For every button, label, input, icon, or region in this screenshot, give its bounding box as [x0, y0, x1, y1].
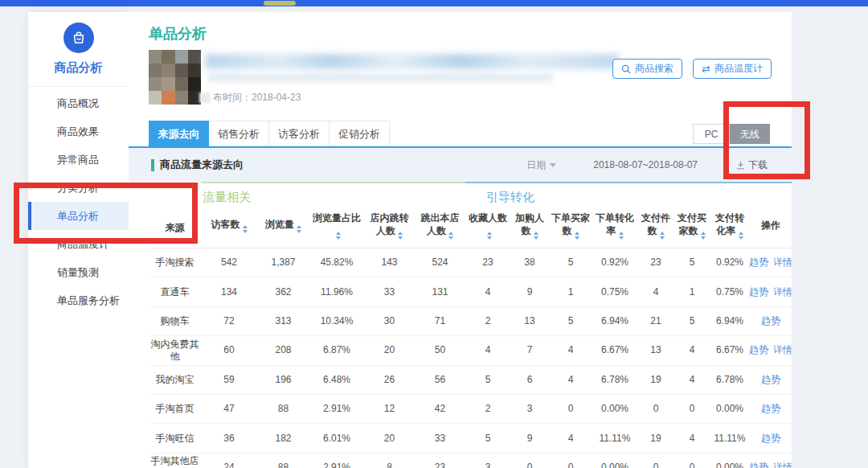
- mosaic-cell: [175, 91, 188, 105]
- product-thermometer-button[interactable]: ⇄ 商品温度计: [693, 59, 772, 79]
- value-cell: 7: [510, 344, 549, 356]
- value-cell: 12: [364, 403, 415, 415]
- trend-link[interactable]: 趋势: [761, 433, 780, 445]
- column-header[interactable]: 店内跳转人数: [364, 204, 415, 248]
- column-header[interactable]: 加购人数: [510, 204, 549, 248]
- sidebar-item-7[interactable]: 单品服务分析: [28, 286, 129, 314]
- product-search-button[interactable]: 商品搜索: [612, 59, 682, 79]
- main-panel: 单品分析 布时间：2018-04-23 商品搜索 ⇄ 商品温度计 来源去向销售分…: [129, 12, 792, 468]
- column-header[interactable]: 下单转化率: [592, 204, 637, 248]
- trend-link[interactable]: 趋势: [749, 344, 768, 356]
- traffic-group: 流量相关访客数浏览量浏览量占比店内跳转人数跳出本店人数: [201, 182, 465, 248]
- sort-icon[interactable]: [619, 232, 624, 240]
- column-header-label: 店内跳转人数: [366, 212, 413, 240]
- value-cell: 6.67%: [710, 344, 750, 356]
- sidebar-group-label[interactable]: 商品分析: [28, 60, 129, 76]
- value-cell: 23: [415, 462, 465, 468]
- sidebar-item-1[interactable]: 商品效果: [28, 117, 129, 146]
- tab-1[interactable]: 销售分析: [209, 121, 269, 146]
- trend-link[interactable]: 趋势: [749, 462, 768, 468]
- sidebar-header: 商品分析: [28, 12, 129, 76]
- value-cell: 33: [364, 286, 415, 298]
- sort-icon[interactable]: [336, 232, 341, 240]
- value-cell: 0.75%: [592, 286, 637, 298]
- sort-icon[interactable]: [487, 232, 492, 240]
- tab-3[interactable]: 促销分析: [330, 121, 390, 146]
- sort-icon[interactable]: [448, 232, 453, 240]
- sort-icon[interactable]: [701, 232, 706, 240]
- source-cell: 手淘首页: [149, 403, 201, 415]
- sidebar-item-2[interactable]: 异常商品: [28, 146, 129, 174]
- value-cell: 20: [364, 433, 415, 445]
- column-header-label: 支付转化率: [711, 212, 748, 240]
- value-cell: 6.94%: [710, 315, 750, 327]
- value-cell: 45.82%: [309, 257, 364, 269]
- source-cell: 手淘其他店铺商品: [149, 455, 201, 468]
- value-cell: 5: [465, 433, 510, 445]
- swap-icon: ⇄: [702, 64, 710, 74]
- value-cell: 524: [415, 257, 465, 269]
- value-cell: 182: [257, 433, 309, 445]
- action-cell: 趋势详情: [750, 286, 792, 298]
- sort-icon[interactable]: [398, 232, 403, 240]
- value-cell: 72: [201, 315, 257, 327]
- column-header[interactable]: 浏览量: [257, 204, 309, 248]
- tab-0[interactable]: 来源去向: [149, 121, 209, 146]
- date-range-picker[interactable]: 2018-08-07~2018-08-07: [593, 159, 698, 170]
- shopping-bag-icon: [63, 23, 94, 53]
- annotation-box-right: [723, 101, 810, 179]
- mosaic-cell: [162, 64, 174, 77]
- trend-link[interactable]: 趋势: [749, 286, 768, 298]
- value-cell: 4: [549, 374, 592, 386]
- trend-link[interactable]: 趋势: [749, 257, 768, 269]
- trend-link[interactable]: 趋势: [761, 374, 780, 386]
- column-header[interactable]: 支付买家数: [674, 204, 710, 248]
- column-header[interactable]: 支付转化率: [710, 204, 750, 248]
- detail-link[interactable]: 详情: [773, 344, 792, 356]
- redaction-chip: [199, 92, 211, 103]
- sort-icon[interactable]: [297, 225, 301, 233]
- column-header-label: 浏览量: [265, 219, 301, 233]
- column-header[interactable]: 浏览量占比: [309, 204, 364, 248]
- value-cell: 19: [637, 433, 674, 445]
- value-cell: 6: [510, 374, 549, 386]
- page-title: 单品分析: [149, 24, 207, 43]
- value-cell: 0.00%: [710, 462, 750, 468]
- column-header[interactable]: 访客数: [201, 204, 257, 248]
- table-row: 手淘其他店铺商品24882.91%8233000.00%000.00%趋势详情: [149, 453, 792, 468]
- value-cell: 0: [674, 403, 710, 415]
- column-header[interactable]: 下单买家数: [549, 204, 592, 248]
- action-cell: 趋势详情: [750, 344, 792, 356]
- action-column-header: 操作: [750, 204, 792, 248]
- table-row: 直通车13436211.96%331314910.75%410.75%趋势详情: [149, 277, 792, 306]
- sort-icon[interactable]: [243, 225, 248, 233]
- value-cell: 9: [510, 286, 549, 298]
- detail-link[interactable]: 详情: [773, 257, 792, 269]
- column-header[interactable]: 收藏人数: [465, 204, 510, 248]
- value-cell: 11.11%: [592, 433, 637, 445]
- value-cell: 0.00%: [710, 403, 750, 415]
- sidebar-item-6[interactable]: 销量预测: [28, 258, 129, 286]
- table-row: 我的淘宝591966.48%26565646.78%1946.78%趋势: [149, 365, 792, 394]
- sidebar-item-0[interactable]: 商品概况: [28, 89, 129, 117]
- detail-link[interactable]: 详情: [773, 286, 792, 298]
- sort-icon[interactable]: [739, 232, 743, 240]
- value-cell: 6.94%: [592, 315, 637, 327]
- detail-link[interactable]: 详情: [773, 462, 792, 468]
- value-cell: 26: [364, 374, 415, 386]
- sort-icon[interactable]: [660, 232, 665, 240]
- conversion-group-label: 引导转化: [465, 183, 792, 204]
- trend-link[interactable]: 趋势: [761, 315, 780, 327]
- column-header[interactable]: 跳出本店人数: [415, 204, 465, 248]
- column-header[interactable]: 支付件数: [637, 204, 674, 248]
- table-row: 手淘旺信361826.01%203359411.11%19411.11%趋势: [149, 423, 792, 452]
- table-header: 来源流量相关访客数浏览量浏览量占比店内跳转人数跳出本店人数引导转化收藏人数加购人…: [149, 182, 792, 248]
- value-cell: 134: [201, 286, 257, 298]
- sort-icon[interactable]: [534, 232, 538, 240]
- source-cell: 购物车: [149, 315, 201, 327]
- trend-link[interactable]: 趋势: [761, 403, 780, 415]
- sort-icon[interactable]: [575, 232, 579, 240]
- tab-2[interactable]: 访客分析: [269, 121, 330, 146]
- date-dropdown[interactable]: 日期: [526, 158, 556, 172]
- value-cell: 56: [415, 374, 465, 386]
